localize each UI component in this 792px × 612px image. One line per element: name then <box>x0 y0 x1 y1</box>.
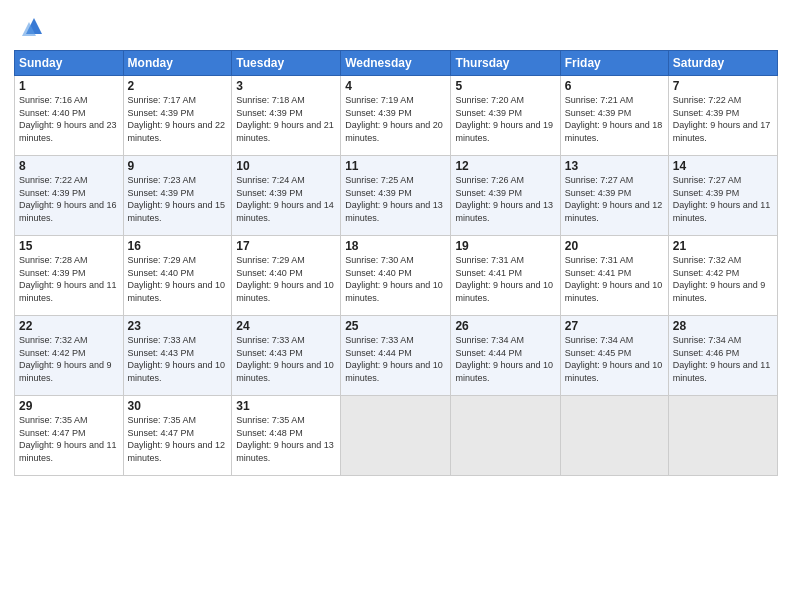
calendar-cell: 26Sunrise: 7:34 AMSunset: 4:44 PMDayligh… <box>451 316 560 396</box>
day-info: Sunrise: 7:35 AMSunset: 4:47 PMDaylight:… <box>19 414 119 464</box>
col-header-monday: Monday <box>123 51 232 76</box>
day-number: 26 <box>455 319 555 333</box>
col-header-thursday: Thursday <box>451 51 560 76</box>
day-info: Sunrise: 7:22 AMSunset: 4:39 PMDaylight:… <box>673 94 773 144</box>
calendar-cell: 25Sunrise: 7:33 AMSunset: 4:44 PMDayligh… <box>341 316 451 396</box>
day-info: Sunrise: 7:35 AMSunset: 4:48 PMDaylight:… <box>236 414 336 464</box>
calendar-cell: 20Sunrise: 7:31 AMSunset: 4:41 PMDayligh… <box>560 236 668 316</box>
day-number: 14 <box>673 159 773 173</box>
calendar-cell: 17Sunrise: 7:29 AMSunset: 4:40 PMDayligh… <box>232 236 341 316</box>
calendar-cell: 16Sunrise: 7:29 AMSunset: 4:40 PMDayligh… <box>123 236 232 316</box>
calendar-cell: 19Sunrise: 7:31 AMSunset: 4:41 PMDayligh… <box>451 236 560 316</box>
calendar-cell: 12Sunrise: 7:26 AMSunset: 4:39 PMDayligh… <box>451 156 560 236</box>
day-info: Sunrise: 7:25 AMSunset: 4:39 PMDaylight:… <box>345 174 446 224</box>
day-info: Sunrise: 7:33 AMSunset: 4:43 PMDaylight:… <box>128 334 228 384</box>
calendar-cell: 21Sunrise: 7:32 AMSunset: 4:42 PMDayligh… <box>668 236 777 316</box>
day-number: 19 <box>455 239 555 253</box>
calendar-cell: 4Sunrise: 7:19 AMSunset: 4:39 PMDaylight… <box>341 76 451 156</box>
calendar-cell: 6Sunrise: 7:21 AMSunset: 4:39 PMDaylight… <box>560 76 668 156</box>
day-info: Sunrise: 7:22 AMSunset: 4:39 PMDaylight:… <box>19 174 119 224</box>
day-number: 3 <box>236 79 336 93</box>
day-number: 18 <box>345 239 446 253</box>
day-number: 25 <box>345 319 446 333</box>
day-info: Sunrise: 7:27 AMSunset: 4:39 PMDaylight:… <box>565 174 664 224</box>
calendar-cell: 31Sunrise: 7:35 AMSunset: 4:48 PMDayligh… <box>232 396 341 476</box>
day-info: Sunrise: 7:23 AMSunset: 4:39 PMDaylight:… <box>128 174 228 224</box>
day-info: Sunrise: 7:32 AMSunset: 4:42 PMDaylight:… <box>19 334 119 384</box>
day-number: 27 <box>565 319 664 333</box>
day-number: 31 <box>236 399 336 413</box>
calendar-body: 1Sunrise: 7:16 AMSunset: 4:40 PMDaylight… <box>15 76 778 476</box>
day-info: Sunrise: 7:30 AMSunset: 4:40 PMDaylight:… <box>345 254 446 304</box>
day-info: Sunrise: 7:21 AMSunset: 4:39 PMDaylight:… <box>565 94 664 144</box>
calendar-cell: 10Sunrise: 7:24 AMSunset: 4:39 PMDayligh… <box>232 156 341 236</box>
day-info: Sunrise: 7:29 AMSunset: 4:40 PMDaylight:… <box>128 254 228 304</box>
day-info: Sunrise: 7:34 AMSunset: 4:45 PMDaylight:… <box>565 334 664 384</box>
day-number: 20 <box>565 239 664 253</box>
day-info: Sunrise: 7:34 AMSunset: 4:46 PMDaylight:… <box>673 334 773 384</box>
calendar-week-row: 29Sunrise: 7:35 AMSunset: 4:47 PMDayligh… <box>15 396 778 476</box>
logo <box>14 14 46 44</box>
day-number: 9 <box>128 159 228 173</box>
day-number: 11 <box>345 159 446 173</box>
calendar-cell: 13Sunrise: 7:27 AMSunset: 4:39 PMDayligh… <box>560 156 668 236</box>
day-number: 1 <box>19 79 119 93</box>
calendar-cell: 24Sunrise: 7:33 AMSunset: 4:43 PMDayligh… <box>232 316 341 396</box>
calendar-cell: 9Sunrise: 7:23 AMSunset: 4:39 PMDaylight… <box>123 156 232 236</box>
day-number: 10 <box>236 159 336 173</box>
calendar-cell: 29Sunrise: 7:35 AMSunset: 4:47 PMDayligh… <box>15 396 124 476</box>
day-info: Sunrise: 7:33 AMSunset: 4:44 PMDaylight:… <box>345 334 446 384</box>
day-info: Sunrise: 7:24 AMSunset: 4:39 PMDaylight:… <box>236 174 336 224</box>
day-number: 23 <box>128 319 228 333</box>
day-info: Sunrise: 7:19 AMSunset: 4:39 PMDaylight:… <box>345 94 446 144</box>
day-info: Sunrise: 7:34 AMSunset: 4:44 PMDaylight:… <box>455 334 555 384</box>
day-number: 5 <box>455 79 555 93</box>
calendar-cell: 23Sunrise: 7:33 AMSunset: 4:43 PMDayligh… <box>123 316 232 396</box>
calendar-table: SundayMondayTuesdayWednesdayThursdayFrid… <box>14 50 778 476</box>
calendar-cell: 7Sunrise: 7:22 AMSunset: 4:39 PMDaylight… <box>668 76 777 156</box>
page: SundayMondayTuesdayWednesdayThursdayFrid… <box>0 0 792 612</box>
calendar-cell <box>341 396 451 476</box>
day-number: 7 <box>673 79 773 93</box>
calendar-header-row: SundayMondayTuesdayWednesdayThursdayFrid… <box>15 51 778 76</box>
calendar-cell: 5Sunrise: 7:20 AMSunset: 4:39 PMDaylight… <box>451 76 560 156</box>
calendar-week-row: 8Sunrise: 7:22 AMSunset: 4:39 PMDaylight… <box>15 156 778 236</box>
calendar-cell: 15Sunrise: 7:28 AMSunset: 4:39 PMDayligh… <box>15 236 124 316</box>
day-info: Sunrise: 7:16 AMSunset: 4:40 PMDaylight:… <box>19 94 119 144</box>
calendar-cell: 3Sunrise: 7:18 AMSunset: 4:39 PMDaylight… <box>232 76 341 156</box>
col-header-friday: Friday <box>560 51 668 76</box>
day-info: Sunrise: 7:31 AMSunset: 4:41 PMDaylight:… <box>565 254 664 304</box>
calendar-cell <box>668 396 777 476</box>
day-number: 29 <box>19 399 119 413</box>
day-info: Sunrise: 7:26 AMSunset: 4:39 PMDaylight:… <box>455 174 555 224</box>
day-info: Sunrise: 7:32 AMSunset: 4:42 PMDaylight:… <box>673 254 773 304</box>
header <box>14 10 778 44</box>
day-info: Sunrise: 7:35 AMSunset: 4:47 PMDaylight:… <box>128 414 228 464</box>
calendar-cell: 30Sunrise: 7:35 AMSunset: 4:47 PMDayligh… <box>123 396 232 476</box>
day-number: 30 <box>128 399 228 413</box>
calendar-week-row: 22Sunrise: 7:32 AMSunset: 4:42 PMDayligh… <box>15 316 778 396</box>
day-number: 17 <box>236 239 336 253</box>
day-info: Sunrise: 7:20 AMSunset: 4:39 PMDaylight:… <box>455 94 555 144</box>
calendar-cell: 14Sunrise: 7:27 AMSunset: 4:39 PMDayligh… <box>668 156 777 236</box>
day-number: 28 <box>673 319 773 333</box>
day-info: Sunrise: 7:18 AMSunset: 4:39 PMDaylight:… <box>236 94 336 144</box>
col-header-wednesday: Wednesday <box>341 51 451 76</box>
day-number: 21 <box>673 239 773 253</box>
day-info: Sunrise: 7:29 AMSunset: 4:40 PMDaylight:… <box>236 254 336 304</box>
calendar-cell: 8Sunrise: 7:22 AMSunset: 4:39 PMDaylight… <box>15 156 124 236</box>
calendar-week-row: 15Sunrise: 7:28 AMSunset: 4:39 PMDayligh… <box>15 236 778 316</box>
day-info: Sunrise: 7:17 AMSunset: 4:39 PMDaylight:… <box>128 94 228 144</box>
day-info: Sunrise: 7:33 AMSunset: 4:43 PMDaylight:… <box>236 334 336 384</box>
col-header-sunday: Sunday <box>15 51 124 76</box>
calendar-cell <box>451 396 560 476</box>
day-number: 24 <box>236 319 336 333</box>
day-number: 2 <box>128 79 228 93</box>
col-header-saturday: Saturday <box>668 51 777 76</box>
calendar-cell: 1Sunrise: 7:16 AMSunset: 4:40 PMDaylight… <box>15 76 124 156</box>
day-number: 16 <box>128 239 228 253</box>
day-info: Sunrise: 7:27 AMSunset: 4:39 PMDaylight:… <box>673 174 773 224</box>
day-number: 6 <box>565 79 664 93</box>
day-number: 12 <box>455 159 555 173</box>
day-number: 13 <box>565 159 664 173</box>
